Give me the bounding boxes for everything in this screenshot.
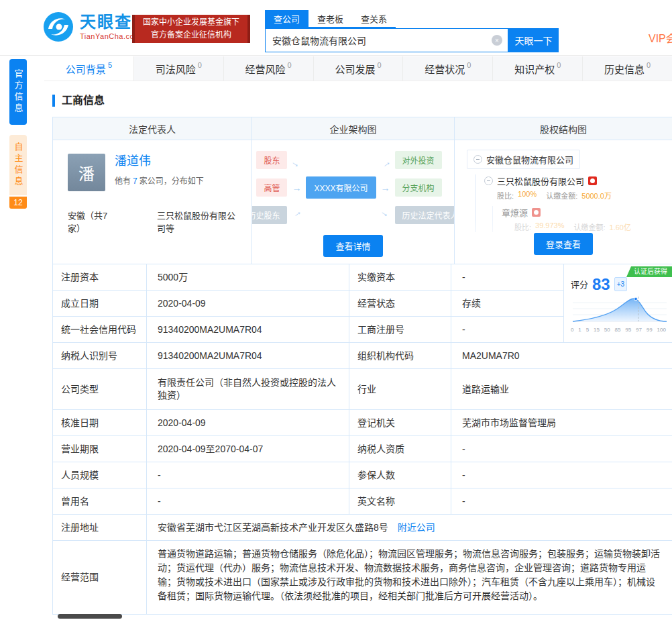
certified-ribbon: 认证后获得 xyxy=(626,266,672,277)
equity-header: 股权结构图 xyxy=(455,117,672,140)
company-count-link[interactable]: 7 xyxy=(133,176,137,186)
equity-grandchild-values: 股比:39.973% 认缴金额:1.60亿 xyxy=(514,221,663,232)
node-investments[interactable]: 对外投资 xyxy=(395,151,442,169)
brand-logo[interactable]: 天眼查 TianYanCha.com xyxy=(43,11,141,42)
avatar[interactable]: 潘 xyxy=(68,154,105,191)
node-history-shareholders[interactable]: 历史股东 xyxy=(252,206,287,224)
arrow-icon xyxy=(288,203,306,222)
legal-rep-name-link[interactable]: 潘道伟 xyxy=(115,154,204,168)
row-value: - xyxy=(451,488,672,515)
row-label: 组织机构代码 xyxy=(349,343,451,369)
row-label: 行业 xyxy=(349,369,451,410)
arrow-icon xyxy=(376,154,394,172)
row-value: 2020-04-09 xyxy=(147,410,349,436)
search-tab-relation[interactable]: 查关系 xyxy=(352,10,396,27)
login-view-button[interactable]: 登录查看 xyxy=(534,233,593,255)
legal-rep-header: 法定代表人 xyxy=(53,117,252,140)
overview-panels: 法定代表人 企业架构图 股权结构图 潘 潘道伟 他有7家公司，分布如下 安徽（共… xyxy=(52,117,672,264)
node-branches[interactable]: 分支机构 xyxy=(395,178,442,197)
search-tab-boss[interactable]: 查老板 xyxy=(309,10,352,27)
tab-count: 0 xyxy=(467,61,471,69)
row-value: - xyxy=(147,462,349,488)
vip-link[interactable]: VIP会 xyxy=(649,30,672,46)
equity-child-node: 三只松鼠股份有限公司 股比:100% 认缴金额:5000.0万 章燎源 股 xyxy=(484,174,663,232)
tab-count: 0 xyxy=(647,61,651,69)
row-value: 2020-04-09至2070-04-07 xyxy=(147,436,349,462)
row-label: 营业期限 xyxy=(53,436,147,462)
tab-intellectual-property[interactable]: 知识产权0 xyxy=(493,56,583,81)
search-button[interactable]: 天眼一下 xyxy=(508,28,559,52)
row-value: 91340200MA2UMA7R04 xyxy=(147,317,349,343)
structure-diagram: 股东 高管 历史股东 XXXX有限公司 对外投资 分支机构 xyxy=(252,151,455,224)
equity-root-node[interactable]: 安徽仓鼠物流有限公司 xyxy=(467,150,580,169)
arrows-left xyxy=(290,156,302,219)
address-value: 安徽省芜湖市弋江区芜湖高新技术产业开发区久盛路8号 xyxy=(158,521,388,534)
row-value: 2020-04-09 xyxy=(147,291,349,317)
search-area: 查公司 查老板 查关系 天眼一下 xyxy=(265,10,559,52)
row-label: 实缴资本 xyxy=(349,264,451,291)
tab-count: 0 xyxy=(557,61,561,69)
horizontal-scrollbar-thumb[interactable] xyxy=(58,614,122,619)
tab-company-background[interactable]: 公司背景5 xyxy=(44,56,134,81)
top-header: 天眼查 TianYanCha.com 国家中小企业发展基金旗下 官方备案企业征信… xyxy=(0,0,672,56)
page-title: 工商信息 xyxy=(52,95,672,107)
collapse-icon[interactable] xyxy=(473,155,482,164)
nearby-companies-link[interactable]: 附近公司 xyxy=(398,521,435,534)
clear-icon[interactable] xyxy=(492,35,502,46)
row-label: 注册地址 xyxy=(53,515,147,541)
row-value: MA2UMA7R0 xyxy=(451,343,672,369)
collapse-icon[interactable] xyxy=(484,176,493,185)
search-input[interactable] xyxy=(266,29,508,52)
tab-company-development[interactable]: 公司发展0 xyxy=(314,56,404,81)
equity-grandchild-row[interactable]: 章燎源 xyxy=(502,206,663,219)
rep-related-company[interactable]: 三只松鼠股份有限公司等 xyxy=(157,209,237,234)
tab-judicial-risk[interactable]: 司法风险0 xyxy=(134,56,224,81)
row-label: 注册资本 xyxy=(53,264,147,291)
equity-child-row[interactable]: 三只松鼠股份有限公司 xyxy=(484,174,663,187)
row-value: - xyxy=(451,264,564,291)
search-tab-company[interactable]: 查公司 xyxy=(265,10,309,27)
structure-panel: 股东 高管 历史股东 XXXX有限公司 对外投资 分支机构 xyxy=(252,140,455,264)
badge-line-1: 国家中小企业发展基金旗下 xyxy=(143,16,239,29)
company-logo-icon xyxy=(588,176,597,185)
sidebar-tab-self-info[interactable]: 自主信息 xyxy=(9,135,27,195)
row-label: 人员规模 xyxy=(53,462,147,488)
tab-operating-status[interactable]: 经营状况0 xyxy=(403,56,493,81)
badge-line-2: 官方备案企业征信机构 xyxy=(143,29,239,42)
section-nav-tabs: 公司背景5 司法风险0 经营风险0 公司发展0 经营状况0 知识产权0 历史信息… xyxy=(44,56,672,81)
score-axis: 015155085959799100 xyxy=(571,323,666,336)
node-history-legal-rep[interactable]: 历史法定代表人 xyxy=(395,206,455,224)
row-label: 公司类型 xyxy=(53,369,147,410)
tab-history-info[interactable]: 历史信息0 xyxy=(583,56,672,81)
tab-count: 5 xyxy=(108,61,112,69)
equity-panel: 安徽仓鼠物流有限公司 三只松鼠股份有限公司 股比:100% 认缴金额:5000.… xyxy=(455,140,672,264)
tab-count: 0 xyxy=(288,61,292,69)
row-value: 道路运输业 xyxy=(451,369,672,410)
node-executives[interactable]: 高管 xyxy=(256,178,287,197)
row-label: 统一社会信用代码 xyxy=(53,317,147,343)
node-shareholders[interactable]: 股东 xyxy=(256,151,287,169)
tab-operation-risk[interactable]: 经营风险0 xyxy=(224,56,314,81)
side-tabs: 官方信息 自主信息 12 xyxy=(9,59,27,209)
legal-rep-desc: 他有7家公司，分布如下 xyxy=(115,174,204,186)
row-value: 91340200MA2UMA7R04 xyxy=(147,343,349,369)
search-input-wrap xyxy=(265,28,508,52)
tianyancha-logo-icon xyxy=(43,11,74,42)
row-label: 成立日期 xyxy=(53,291,147,317)
arrow-icon xyxy=(288,154,306,172)
score-delta-badge: +3 xyxy=(614,277,627,291)
structure-header: 企业架构图 xyxy=(252,117,455,140)
row-label: 工商注册号 xyxy=(349,317,451,343)
business-scope-value: 普通货物道路运输；普通货物仓储服务（除危化品）；物流园区管理服务；物流信息咨询服… xyxy=(158,547,661,603)
view-details-button[interactable]: 查看详情 xyxy=(323,235,382,257)
business-info-table: 注册资本 5000万 实缴资本 - 认证后获得 评分 83 +3 xyxy=(52,264,672,615)
node-company-center: XXXX有限公司 xyxy=(306,176,376,199)
row-value: 有限责任公司（非自然人投资或控股的法人独资） xyxy=(147,369,349,410)
self-info-count-badge: 12 xyxy=(9,197,27,209)
main-content: 公司背景5 司法风险0 经营风险0 公司发展0 经营状况0 知识产权0 历史信息… xyxy=(44,56,672,615)
score-distribution-chart xyxy=(571,295,669,323)
row-label: 纳税人资质 xyxy=(349,436,451,462)
row-label: 登记机关 xyxy=(349,410,451,436)
row-value: - xyxy=(451,317,564,343)
sidebar-tab-official-info[interactable]: 官方信息 xyxy=(9,59,27,125)
